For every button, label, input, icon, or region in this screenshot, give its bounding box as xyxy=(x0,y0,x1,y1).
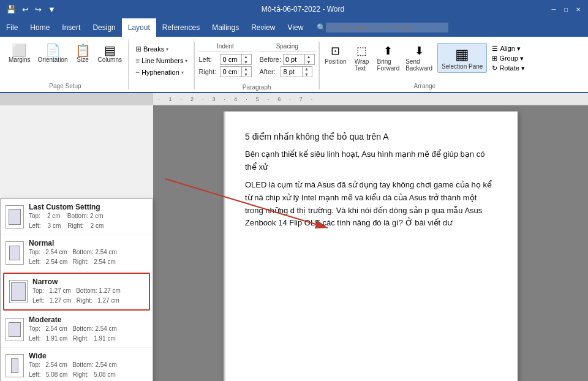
indent-left-row: Left: 0 cm ▲ ▼ xyxy=(198,54,252,65)
indent-right-input[interactable]: 0 cm ▲ ▼ xyxy=(220,66,252,77)
send-backward-icon: ⬇ xyxy=(415,44,424,58)
margin-item-narrow[interactable]: Narrow Top: 1.27 cm Bottom: 1.27 cmLeft:… xyxy=(3,273,150,311)
line-numbers-arrow-icon: ▾ xyxy=(185,58,187,64)
margin-dropdown: Last Custom Setting Top: 2 cm Bottom: 2 … xyxy=(0,198,153,381)
spacing-before-input[interactable]: 0 pt ▲ ▼ xyxy=(283,54,315,65)
indent-left-up[interactable]: ▲ xyxy=(242,54,249,59)
spacing-after-down[interactable]: ▼ xyxy=(303,72,310,77)
margin-item-normal[interactable]: Normal Top: 2.54 cm Bottom: 2.54 cmLeft:… xyxy=(1,235,153,271)
ribbon-group-breaks: ⊞ Breaks ▾ ≡ Line Numbers ▾ − Hyphenatio… xyxy=(129,39,195,89)
spacing-after-input[interactable]: 8 pt ▲ ▼ xyxy=(281,66,312,77)
group-button[interactable]: ⊞ Group ▾ xyxy=(489,54,527,63)
menu-home[interactable]: Home xyxy=(24,18,56,37)
menu-insert[interactable]: Insert xyxy=(56,18,86,37)
indent-right-row: Right: 0 cm ▲ ▼ xyxy=(198,66,252,77)
doc-area: 5 điểm nhấn không thể bỏ qua trên A Bên … xyxy=(153,105,588,381)
rotate-button[interactable]: ↻ Rotate ▾ xyxy=(489,64,527,73)
save-icon[interactable]: 💾 xyxy=(5,4,17,15)
margin-info-last-custom: Last Custom Setting Top: 2 cm Bottom: 2 … xyxy=(29,203,148,231)
indent-right-down[interactable]: ▼ xyxy=(242,72,249,77)
indent-left-input[interactable]: 0 cm ▲ ▼ xyxy=(220,54,252,65)
indent-left-down[interactable]: ▼ xyxy=(242,59,249,65)
minimize-icon[interactable]: ─ xyxy=(549,4,559,14)
menu-mailings[interactable]: Mailings xyxy=(206,18,245,37)
spacing-section: Spacing Before: 0 pt ▲ ▼ After: 8 pt xyxy=(259,43,314,77)
line-numbers-icon: ≡ xyxy=(135,56,140,65)
wrap-text-icon: ⬚ xyxy=(356,44,367,58)
columns-icon: ▤ xyxy=(104,44,116,56)
ribbon-group-arrange: ⊡ Position ⬚ WrapText ⬆ BringForward ⬇ S… xyxy=(320,39,530,89)
margin-item-moderate[interactable]: Moderate Top: 2.54 cm Bottom: 2.54 cmLef… xyxy=(1,312,153,348)
margin-item-last-custom[interactable]: Last Custom Setting Top: 2 cm Bottom: 2 … xyxy=(1,199,153,235)
redo-icon[interactable]: ↪ xyxy=(34,4,43,15)
main-area: Last Custom Setting Top: 2 cm Bottom: 2 … xyxy=(0,105,588,381)
left-margin-line xyxy=(224,111,225,381)
align-group-col: ☰ Align ▾ ⊞ Group ▾ ↻ Rotate ▾ xyxy=(489,43,527,73)
left-ruler-blank xyxy=(0,93,153,105)
spacing-before-up[interactable]: ▲ xyxy=(305,54,312,59)
title-bar-left: 💾 ↩ ↪ ▼ xyxy=(5,4,57,15)
align-button[interactable]: ☰ Align ▾ xyxy=(489,44,527,53)
ribbon-group-page-setup: ⬜ Margins 📄 Orientation 📋 Size ▤ Columns… xyxy=(2,39,129,89)
pin-icon[interactable]: ▼ xyxy=(47,4,57,15)
position-button[interactable]: ⊡ Position xyxy=(322,43,349,73)
menu-file[interactable]: File xyxy=(0,18,24,37)
menu-review[interactable]: Review xyxy=(245,18,281,37)
breaks-button[interactable]: ⊞ Breaks ▾ xyxy=(133,44,190,54)
hyphenation-arrow-icon: ▾ xyxy=(181,70,184,75)
doc-page: 5 điểm nhấn không thể bỏ qua trên A Bên … xyxy=(224,111,518,381)
margin-item-wide[interactable]: Wide Top: 2.54 cm Bottom: 2.54 cmLeft: 5… xyxy=(1,348,153,381)
paragraph-label-real: Paragraph xyxy=(243,84,271,91)
line-numbers-button[interactable]: ≡ Line Numbers ▾ xyxy=(133,56,190,66)
spacing-before-row: Before: 0 pt ▲ ▼ xyxy=(259,54,314,65)
selection-pane-icon: ▦ xyxy=(455,46,469,63)
breaks-icon: ⊞ xyxy=(135,45,141,53)
menu-view[interactable]: View xyxy=(282,18,310,37)
margin-info-moderate: Moderate Top: 2.54 cm Bottom: 2.54 cmLef… xyxy=(29,315,148,344)
spacing-before-down[interactable]: ▼ xyxy=(305,59,312,65)
hyphenation-icon: − xyxy=(135,68,140,77)
page-setup-label: Page Setup xyxy=(49,83,81,89)
menu-design[interactable]: Design xyxy=(86,18,121,37)
window-title: Mô-tả-06-07-2022 - Word xyxy=(262,5,345,13)
undo-icon[interactable]: ↩ xyxy=(21,4,30,15)
margin-info-narrow: Narrow Top: 1.27 cm Bottom: 1.27 cmLeft:… xyxy=(32,277,144,306)
margin-icon-normal xyxy=(6,241,24,265)
hyphenation-button[interactable]: − Hyphenation ▾ xyxy=(133,67,190,77)
menu-references[interactable]: References xyxy=(156,18,206,37)
indent-section: Indent Left: 0 cm ▲ ▼ Right: 0 cm xyxy=(198,43,252,77)
breaks-arrow-icon: ▾ xyxy=(166,47,168,52)
wrap-text-button[interactable]: ⬚ WrapText xyxy=(350,43,374,73)
margin-info-normal: Normal Top: 2.54 cm Bottom: 2.54 cmLeft:… xyxy=(29,239,148,267)
ribbon: ⬜ Margins 📄 Orientation 📋 Size ▤ Columns… xyxy=(0,37,588,93)
doc-para-2: Bên cạnh thiết kế siêu linh hoạt, Asu hì… xyxy=(245,148,496,174)
margins-button[interactable]: ⬜ Margins xyxy=(6,43,33,64)
columns-button[interactable]: ▤ Columns xyxy=(96,43,124,64)
doc-para-1: 5 điểm nhấn không thể bỏ qua trên A xyxy=(245,130,496,143)
spacing-after-row: After: 8 pt ▲ ▼ xyxy=(259,66,314,77)
ribbon-group-paragraph: Indent Left: 0 cm ▲ ▼ Right: 0 cm xyxy=(195,39,318,89)
size-icon: 📋 xyxy=(75,44,91,56)
ruler: · 1 · 2 · 3 · 4 · 5 · 6 · 7 · xyxy=(153,93,588,105)
menu-layout[interactable]: Layout xyxy=(122,18,156,37)
search-input[interactable] xyxy=(326,23,448,32)
bring-forward-icon: ⬆ xyxy=(383,44,393,58)
close-icon[interactable]: ✕ xyxy=(573,4,583,14)
margin-icon-last-custom xyxy=(6,205,24,228)
restore-icon[interactable]: □ xyxy=(561,4,571,14)
margin-icon-narrow xyxy=(9,280,28,303)
indent-right-up[interactable]: ▲ xyxy=(242,66,249,72)
margin-info-wide: Wide Top: 2.54 cm Bottom: 2.54 cmLeft: 5… xyxy=(29,352,148,380)
orientation-button[interactable]: 📄 Orientation xyxy=(36,43,70,64)
group-icon: ⊞ xyxy=(492,55,497,62)
spacing-after-up[interactable]: ▲ xyxy=(303,66,310,72)
bring-forward-button[interactable]: ⬆ BringForward xyxy=(375,43,402,73)
size-button[interactable]: 📋 Size xyxy=(73,43,93,64)
window-controls: ─ □ ✕ xyxy=(549,4,583,14)
margin-icon-wide xyxy=(6,354,24,377)
margins-icon: ⬜ xyxy=(12,44,27,56)
send-backward-button[interactable]: ⬇ SendBackward xyxy=(403,43,435,73)
selection-pane-button[interactable]: ▦ Selection Pane xyxy=(437,43,487,73)
margin-icon-moderate xyxy=(6,318,24,341)
title-bar: 💾 ↩ ↪ ▼ Mô-tả-06-07-2022 - Word ─ □ ✕ xyxy=(0,0,588,18)
